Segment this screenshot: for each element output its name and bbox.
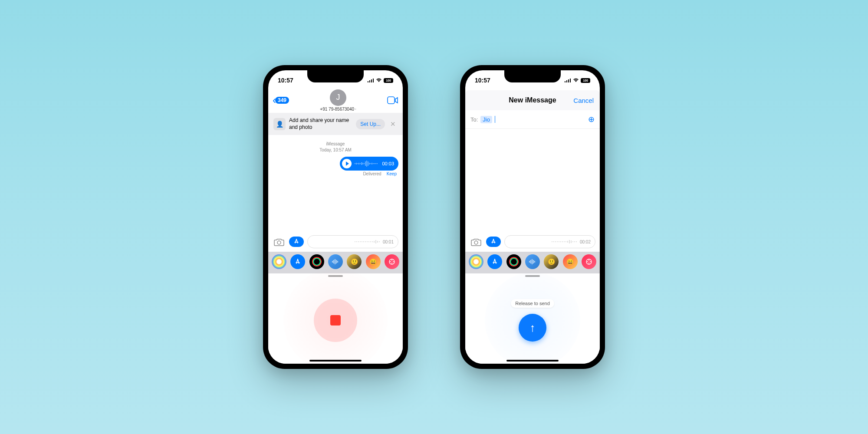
to-label: To:	[470, 116, 478, 123]
fitness-app-icon[interactable]	[506, 254, 521, 269]
svg-rect-3	[373, 79, 374, 82]
recording-timer: 00:01	[383, 240, 394, 244]
stop-record-button[interactable]	[314, 299, 357, 342]
memoji-app-icon[interactable]: 🙂	[347, 254, 362, 269]
animoji-app-icon[interactable]: 😄	[366, 254, 381, 269]
svg-rect-47	[568, 79, 569, 82]
message-input[interactable]: 00:01	[307, 235, 398, 248]
screen: 10:57 100 ‹ 349 J +91 79-85673040 ›	[268, 70, 403, 364]
to-field[interactable]: To: Jio ⊕	[465, 110, 600, 129]
cellular-icon	[368, 78, 374, 82]
conversation-header: ‹ 349 J +91 79-85673040 ›	[268, 88, 403, 113]
record-panel	[268, 277, 403, 364]
contact-name: +91 79-85673040 ›	[320, 107, 356, 112]
thread-date-header: iMessage Today, 10:57 AM	[268, 141, 403, 153]
camera-button[interactable]	[273, 236, 286, 247]
svg-rect-45	[565, 81, 566, 82]
memoji-app-icon[interactable]: 🙂	[544, 254, 559, 269]
wifi-icon	[376, 78, 382, 82]
recording-waveform-icon	[354, 240, 380, 244]
cellular-icon	[565, 78, 571, 82]
appstore-app-icon[interactable]	[290, 254, 305, 269]
battery-icon: 100	[581, 78, 590, 83]
sheet-title: New iMessage	[509, 96, 556, 104]
notch	[307, 70, 364, 82]
delivered-label: Delivered	[363, 171, 381, 176]
banner-text: Add and share your name and photo	[289, 117, 352, 131]
photos-app-icon[interactable]	[469, 254, 483, 269]
compose-row: 00:02	[465, 232, 600, 252]
svg-rect-4	[388, 97, 395, 104]
sheet-header: New iMessage Cancel	[465, 90, 600, 110]
setup-button[interactable]: Set Up...	[356, 119, 385, 129]
stop-icon	[330, 315, 341, 326]
compose-area: 00:02 🙂 😄 Release to send	[465, 232, 600, 364]
waveform-icon	[354, 160, 379, 167]
home-indicator[interactable]	[506, 360, 559, 362]
audio-message-app-icon[interactable]	[525, 254, 540, 269]
camera-button[interactable]	[470, 236, 483, 247]
status-icons: 100	[368, 78, 393, 83]
screen: 10:57 100 New iMessage Cancel To: Jio ⊕	[465, 70, 600, 364]
images-app-icon[interactable]	[582, 254, 596, 269]
arrow-up-icon: ↑	[530, 321, 536, 335]
text-cursor	[495, 116, 495, 123]
svg-point-49	[474, 241, 478, 244]
contact-avatar: J	[330, 89, 346, 106]
message-status: Delivered Keep	[268, 171, 403, 176]
name-photo-banner: 👤 Add and share your name and photo Set …	[268, 113, 403, 135]
app-strip[interactable]: 🙂 😄	[465, 252, 600, 273]
svg-rect-48	[570, 79, 571, 82]
audio-duration: 00:03	[382, 161, 394, 166]
cancel-button[interactable]: Cancel	[573, 97, 594, 104]
svg-rect-2	[371, 79, 372, 82]
send-panel: Release to send ↑	[465, 277, 600, 364]
profile-icon: 👤	[273, 118, 286, 130]
notch	[504, 70, 561, 82]
add-contact-button[interactable]: ⊕	[588, 115, 595, 124]
recipient-token[interactable]: Jio	[480, 116, 492, 123]
compose-row: 00:01	[268, 232, 403, 252]
play-icon	[346, 161, 349, 166]
message-thread-empty[interactable]	[465, 129, 600, 232]
battery-icon: 100	[384, 78, 393, 83]
photos-app-icon[interactable]	[272, 254, 286, 269]
fitness-app-icon[interactable]	[309, 254, 324, 269]
compose-area: 00:01 🙂 😄	[268, 232, 403, 364]
phone-left: 10:57 100 ‹ 349 J +91 79-85673040 ›	[263, 65, 408, 369]
keep-button[interactable]: Keep	[387, 171, 397, 176]
audio-message-app-icon[interactable]	[328, 254, 343, 269]
unread-badge: 349	[275, 97, 289, 104]
close-icon[interactable]: ✕	[388, 120, 398, 128]
animoji-app-icon[interactable]: 😄	[563, 254, 578, 269]
status-icons: 100	[565, 78, 590, 83]
sent-message: 00:03	[268, 153, 403, 171]
home-indicator[interactable]	[309, 360, 362, 362]
status-time: 10:57	[278, 77, 304, 84]
app-store-button[interactable]	[486, 237, 501, 247]
play-button[interactable]	[342, 159, 352, 168]
images-app-icon[interactable]	[385, 254, 399, 269]
chevron-right-icon: ›	[355, 107, 356, 111]
status-time: 10:57	[475, 77, 501, 84]
svg-rect-46	[566, 80, 567, 82]
back-button[interactable]: ‹ 349	[273, 94, 289, 106]
message-thread[interactable]: iMessage Today, 10:57 AM 00:03 Delivered…	[268, 135, 403, 232]
send-button[interactable]: ↑	[519, 314, 546, 342]
appstore-app-icon[interactable]	[487, 254, 502, 269]
svg-point-23	[277, 241, 281, 244]
phone-right: 10:57 100 New iMessage Cancel To: Jio ⊕	[460, 65, 605, 369]
wifi-icon	[573, 78, 579, 82]
app-store-button[interactable]	[289, 237, 304, 247]
audio-message-bubble[interactable]: 00:03	[340, 157, 398, 171]
contact-info[interactable]: J +91 79-85673040 ›	[320, 89, 356, 112]
svg-rect-0	[368, 81, 368, 82]
recording-timer: 00:02	[580, 240, 591, 244]
video-call-button[interactable]	[387, 96, 398, 104]
release-hint: Release to send	[511, 299, 554, 308]
svg-rect-1	[369, 80, 370, 82]
message-input[interactable]: 00:02	[504, 235, 595, 248]
recording-waveform-icon	[551, 240, 577, 244]
new-message-sheet: New iMessage Cancel To: Jio ⊕ 00:02	[465, 90, 600, 364]
